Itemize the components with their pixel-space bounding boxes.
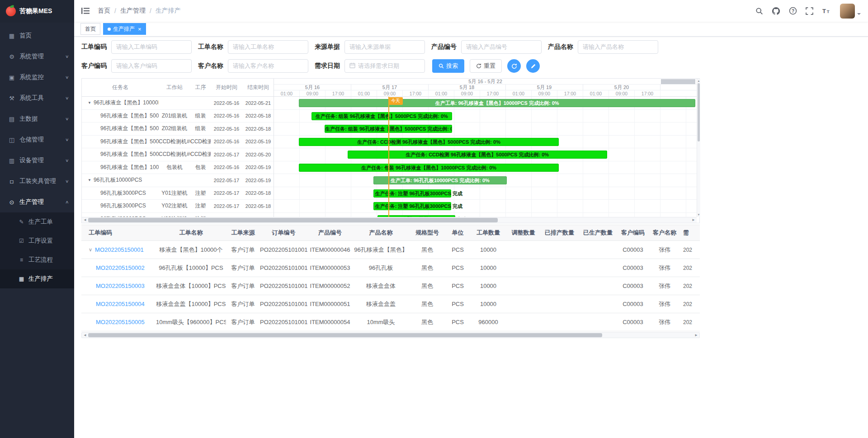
scrollbar-track[interactable]: [88, 217, 690, 223]
product-code-input[interactable]: 请输入产品编号: [461, 40, 542, 54]
gantt-task-row[interactable]: 96孔移液盒【黑色】5000PCSZ02组装机组装2022-05-162022-…: [82, 122, 274, 136]
filter-field-customer-name: 客户名称请输入客户名称: [198, 59, 308, 73]
sidebar-item-system-monitor[interactable]: ▣系统监控∨: [0, 67, 74, 88]
gantt-task-row[interactable]: 96孔孔板3000PCSY02注塑机注塑2022-05-172022-05-18: [82, 200, 274, 213]
work-order-row[interactable]: MO202205150003移液盒盒体【10000】PCS客户订单PO20220…: [81, 277, 700, 295]
font-size-icon[interactable]: TT: [822, 7, 830, 14]
filter-label: 工单编码: [81, 43, 107, 51]
task-bar[interactable]: 生产任务: CCD检测 96孔移液盒【黑色】5000PCS 完成比例: 0%: [299, 138, 559, 146]
user-menu[interactable]: [840, 4, 861, 19]
work-order-link[interactable]: MO202205150002: [96, 264, 145, 271]
timeline-hour-label: 17:00: [326, 90, 351, 96]
filter-field-product-code: 产品编号请输入产品编号: [431, 40, 542, 54]
work-order-code-input[interactable]: 请输入工单编码: [111, 40, 192, 54]
sidebar-item-process-flow[interactable]: ≡工艺流程: [0, 250, 74, 269]
column-header-spec-model: 规格型号: [409, 229, 445, 237]
scrollbar-thumb[interactable]: [88, 333, 602, 337]
sidebar-item-process-setting[interactable]: ☑工序设置: [0, 231, 74, 250]
work-order-link[interactable]: MO202205150003: [96, 283, 145, 289]
source-doc-input[interactable]: 请输入来源单据: [344, 40, 425, 54]
gantt-horizontal-scrollbar[interactable]: ◄ ►: [82, 217, 697, 223]
sidebar-item-device-mgmt[interactable]: ▥设备管理∨: [0, 150, 74, 171]
gantt-task-row[interactable]: 96孔移液盒【黑色】5000PCSZ01组装机组装2022-05-162022-…: [82, 110, 274, 123]
cell-unit: PCS: [445, 301, 470, 307]
sidebar-item-system-mgmt[interactable]: ⚙系统管理∨: [0, 46, 74, 67]
gantt-task-row[interactable]: 96孔移液盒【黑色】5000PCSCCD检测机#02CCD检测2022-05-1…: [82, 148, 274, 161]
sidebar-toggle-icon[interactable]: [80, 5, 91, 16]
work-order-row[interactable]: ∨MO202205150001移液盒【黑色】10000个客户订单PO202205…: [81, 241, 700, 259]
work-order-link[interactable]: MO202205150004: [96, 301, 145, 307]
scroll-left-icon[interactable]: ◄: [82, 333, 88, 338]
work-order-name-input[interactable]: 请输入工单名称: [228, 40, 308, 54]
scroll-right-icon[interactable]: ►: [693, 333, 699, 338]
sidebar-item-production-mgmt[interactable]: ⊙生产管理∧: [0, 192, 74, 212]
collapse-triangle-icon[interactable]: ▼: [88, 101, 91, 105]
scrollbar-thumb[interactable]: [698, 83, 700, 141]
task-bar[interactable]: 生产任务: CCD检测 96孔移液盒【黑色】5000PCS 完成比例: 0%: [348, 151, 607, 159]
work-order-row[interactable]: MO20220515000296孔孔板【10000】PCS客户订单PO20220…: [81, 259, 700, 277]
gantt-task-row[interactable]: 96孔孔板3000PCSY01注塑机注塑2022-05-172022-05-18: [82, 187, 274, 200]
sidebar-item-warehouse-mgmt[interactable]: ◫仓储管理∨: [0, 129, 74, 150]
refresh-button[interactable]: [507, 59, 521, 73]
task-name-cell: ▼96孔移液盒【黑色】10000PCS: [82, 99, 159, 107]
scrollbar-track[interactable]: [88, 333, 693, 338]
collapse-triangle-icon[interactable]: ▼: [88, 178, 91, 182]
avatar[interactable]: [840, 4, 855, 19]
column-header-order-no: 订单编号: [260, 229, 307, 237]
help-icon[interactable]: ?: [789, 7, 797, 15]
search-button[interactable]: 搜索: [432, 59, 464, 73]
gantt-vertical-scrollbar[interactable]: ▲ ▼: [697, 79, 700, 217]
gantt-task-row[interactable]: 96孔移液盒【黑色】5000PCSCCD检测机#01CCD检测2022-05-1…: [82, 136, 274, 149]
scroll-right-icon[interactable]: ►: [690, 217, 697, 223]
table-horizontal-scrollbar[interactable]: ◄ ►: [81, 332, 700, 338]
search-icon[interactable]: [755, 7, 763, 15]
gantt-task-row[interactable]: ▼96孔移液盒【黑色】10000PCS2022-05-162022-05-21: [82, 97, 274, 110]
demand-date-input[interactable]: 请选择需求日期: [344, 59, 425, 73]
scrollbar-thumb[interactable]: [88, 218, 498, 222]
work-order-link[interactable]: MO202205150005: [96, 319, 145, 325]
sidebar-item-production-workorder[interactable]: ✎生产工单: [0, 212, 74, 231]
workorder-bar[interactable]: 生产工单: 96孔孔板10000PCS 完成比例: 0%: [373, 176, 507, 184]
customer-code-input[interactable]: 请输入客户编码: [111, 59, 192, 73]
edit-button[interactable]: [526, 59, 540, 73]
work-order-row[interactable]: MO202205150004移液盒盒盖【10000】PCS客户订单PO20220…: [81, 295, 700, 313]
task-bar[interactable]: 生产任务: 组装 96孔移液盒【黑色】5000PCS 完成比例: 0%: [311, 112, 452, 120]
fullscreen-icon[interactable]: [806, 7, 813, 15]
task-bar[interactable]: 生产任务: 注塑 96孔孔板3000PCS 完成: [373, 189, 451, 198]
tab-production-schedule[interactable]: 生产排产×: [103, 23, 146, 35]
breadcrumb-item[interactable]: 生产管理: [120, 7, 146, 15]
work-order-link[interactable]: MO202205150001: [95, 246, 144, 253]
product-name-input[interactable]: 请输入产品名称: [578, 40, 658, 54]
expand-chevron-icon[interactable]: ∨: [89, 247, 92, 253]
sidebar-item-home[interactable]: ▦首页: [0, 25, 74, 46]
end-time-cell: 2022-05-18: [242, 126, 274, 132]
input-placeholder: 请输入产品编号: [466, 43, 507, 51]
scroll-down-icon[interactable]: ▼: [698, 212, 700, 217]
sidebar-item-production-schedule[interactable]: ▦生产排产: [0, 269, 74, 288]
svg-text:T: T: [827, 9, 830, 14]
tab-home[interactable]: 首页: [80, 23, 100, 35]
scroll-left-icon[interactable]: ◄: [82, 217, 88, 223]
customer-name-input[interactable]: 请输入客户名称: [228, 59, 308, 73]
gantt-day-row: 5月 165月 175月 185月 195月 20: [274, 85, 697, 90]
reset-button[interactable]: 重置: [470, 59, 502, 73]
gantt-task-row[interactable]: ▼96孔孔板10000PCS2022-05-172022-05-19: [82, 174, 274, 187]
task-bar[interactable]: 生产任务: 注塑 96孔孔板3000PCS 完成: [373, 202, 451, 210]
scrollbar-track[interactable]: [697, 83, 700, 212]
cell-order-qty: 10000: [470, 246, 506, 253]
sidebar-item-fixture-mgmt[interactable]: ◘工装夹具管理∨: [0, 171, 74, 192]
github-icon[interactable]: [772, 7, 780, 15]
breadcrumb-item[interactable]: 首页: [98, 7, 110, 15]
scroll-up-icon[interactable]: ▲: [698, 79, 700, 83]
close-icon[interactable]: ×: [138, 26, 142, 32]
work-order-row[interactable]: MO20220515000510mm吸头【960000】PCS客户订单PO202…: [81, 313, 700, 331]
workorder-bar[interactable]: 生产工单: 96孔移液盒【黑色】10000PCS 完成比例: 0%: [299, 99, 695, 107]
gantt-timeline-row: 生产任务: 组装 96孔移液盒【黑色】5000PCS 完成比例: 0%: [274, 110, 697, 123]
sidebar-item-system-tools[interactable]: ⚒系统工具∨: [0, 88, 74, 108]
sidebar-item-master-data[interactable]: ▤主数据∨: [0, 108, 74, 129]
task-bar[interactable]: 生产任务: 包装 96孔移液盒【黑色】10000PCS 完成比例: 0%: [299, 164, 559, 172]
sidebar-logo[interactable]: 苦糖果MES: [0, 0, 74, 23]
cell-product-code: ITEM00000046: [307, 246, 353, 253]
gantt-task-row[interactable]: 96孔孔板3000PCSY03注塑机注塑2022-05-172022-05-18: [82, 213, 274, 217]
gantt-task-row[interactable]: 96孔移液盒【黑色】10000PCS包装机包装2022-05-162022-05…: [82, 161, 274, 174]
